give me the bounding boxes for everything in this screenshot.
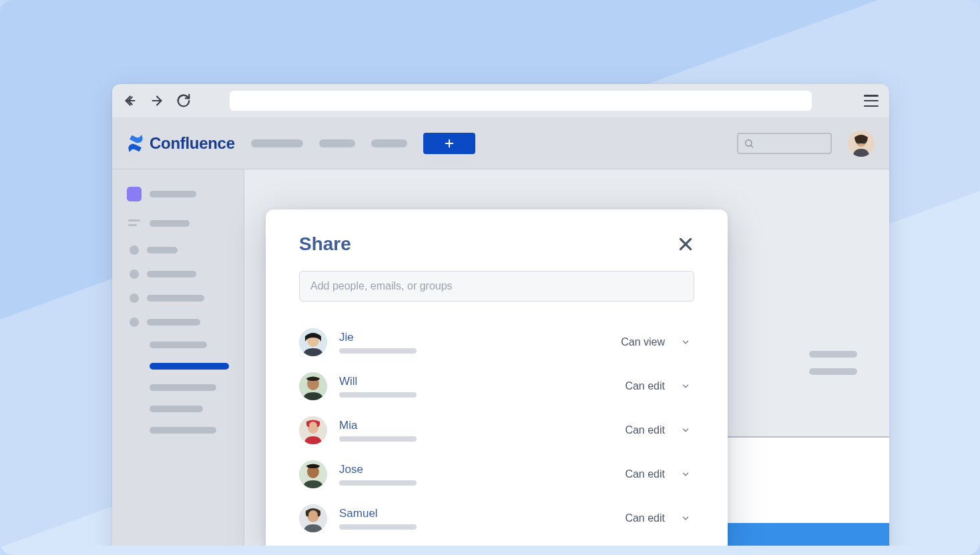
permission-select[interactable]: Can view <box>617 334 694 351</box>
reload-button[interactable] <box>176 93 191 108</box>
permission-label: Can edit <box>625 380 665 392</box>
sidebar-item[interactable] <box>121 267 234 282</box>
avatar <box>299 328 327 356</box>
sidebar-item[interactable] <box>121 424 234 436</box>
chevron-down-icon <box>681 338 690 347</box>
permission-select[interactable]: Can edit <box>621 422 694 439</box>
permission-select[interactable]: Can edit <box>621 510 694 527</box>
svg-point-3 <box>746 139 752 145</box>
app-logo[interactable]: Confluence <box>127 134 235 153</box>
person-row: Samuel Can edit <box>299 496 694 540</box>
person-row: Will Can edit <box>299 364 694 408</box>
close-button[interactable] <box>677 235 694 253</box>
sidebar-item-active[interactable] <box>121 360 234 372</box>
person-row: Jose Can edit <box>299 452 694 496</box>
chevron-down-icon <box>681 514 690 523</box>
create-button[interactable] <box>423 133 475 154</box>
sidebar-item[interactable] <box>121 339 234 351</box>
confluence-icon <box>127 135 144 152</box>
person-name: Will <box>339 375 609 388</box>
share-modal: Share Add people, emails, or groups Jie … <box>266 209 728 546</box>
app-header: Confluence <box>112 117 889 169</box>
person-name: Samuel <box>339 507 609 520</box>
user-avatar[interactable] <box>848 130 875 157</box>
modal-title: Share <box>299 233 351 255</box>
close-icon <box>677 235 694 253</box>
sidebar <box>112 169 244 546</box>
browser-chrome <box>112 84 889 117</box>
hamburger-icon[interactable] <box>864 95 879 107</box>
back-button[interactable] <box>123 93 138 108</box>
permission-select[interactable]: Can edit <box>621 466 694 483</box>
person-subtitle <box>339 348 417 354</box>
avatar <box>299 460 327 488</box>
share-input-placeholder: Add people, emails, or groups <box>310 280 453 292</box>
avatar <box>299 416 327 444</box>
search-input[interactable] <box>737 133 832 154</box>
sidebar-item[interactable] <box>121 403 234 415</box>
avatar <box>299 372 327 400</box>
url-bar[interactable] <box>230 91 812 111</box>
person-name: Jie <box>339 331 605 344</box>
person-row: Mia Can edit <box>299 408 694 452</box>
sidebar-item[interactable] <box>121 382 234 394</box>
sidebar-item[interactable] <box>121 315 234 330</box>
avatar <box>299 504 327 532</box>
person-name: Jose <box>339 463 609 476</box>
app-name: Confluence <box>150 134 235 153</box>
people-list: Jie Can view Will Can edit <box>299 320 694 540</box>
chevron-down-icon <box>681 470 690 479</box>
person-name: Mia <box>339 419 609 432</box>
person-subtitle <box>339 524 417 530</box>
permission-label: Can view <box>621 336 665 348</box>
sidebar-item[interactable] <box>121 213 234 233</box>
permission-select[interactable]: Can edit <box>621 378 694 395</box>
person-subtitle <box>339 392 417 398</box>
permission-label: Can edit <box>625 512 665 524</box>
svg-point-22 <box>308 510 318 520</box>
nav-placeholder[interactable] <box>319 139 355 147</box>
person-subtitle <box>339 480 417 486</box>
nav-placeholder[interactable] <box>371 139 407 147</box>
share-input[interactable]: Add people, emails, or groups <box>299 271 694 302</box>
chevron-down-icon <box>681 382 690 391</box>
svg-line-4 <box>751 145 753 147</box>
permission-label: Can edit <box>625 468 665 480</box>
chevron-down-icon <box>681 426 690 435</box>
permission-label: Can edit <box>625 424 665 436</box>
search-icon <box>744 138 754 149</box>
person-row: Jie Can view <box>299 320 694 364</box>
forward-button[interactable] <box>150 93 164 108</box>
person-subtitle <box>339 436 417 442</box>
nav-placeholder[interactable] <box>251 139 303 147</box>
svg-point-17 <box>309 422 317 430</box>
sidebar-item[interactable] <box>121 291 234 306</box>
sidebar-item[interactable] <box>121 243 234 257</box>
sidebar-item[interactable] <box>121 184 234 204</box>
